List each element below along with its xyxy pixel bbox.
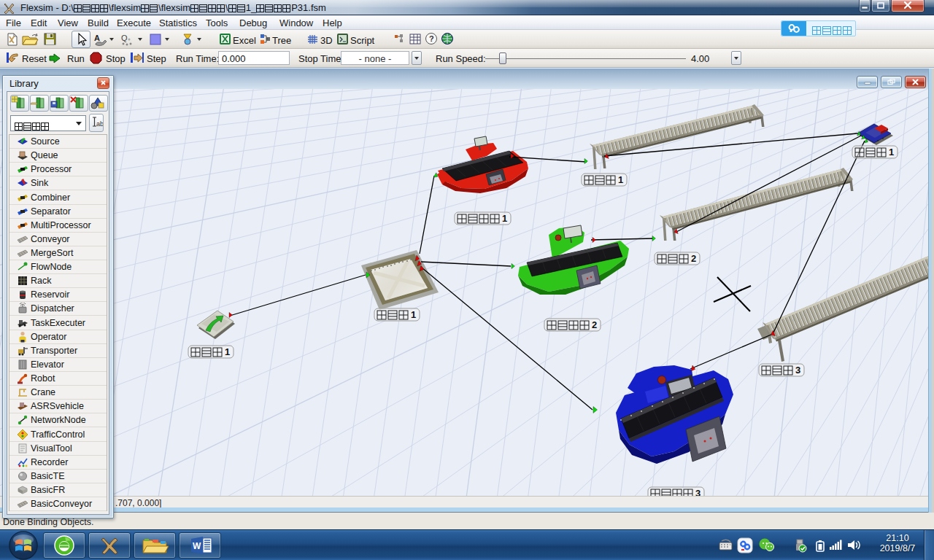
svg-text:1: 1 <box>502 213 507 224</box>
svg-text:W: W <box>193 541 201 551</box>
svg-text:1: 1 <box>411 309 416 320</box>
svg-text:1: 1 <box>889 147 894 158</box>
svg-text:ab: ab <box>96 120 103 128</box>
svg-text:1: 1 <box>225 346 230 357</box>
svg-text:2: 2 <box>592 319 597 330</box>
svg-text:?: ? <box>429 34 434 43</box>
svg-text:3: 3 <box>695 488 700 496</box>
svg-text:Q: Q <box>121 34 128 42</box>
svg-text:2: 2 <box>691 253 696 264</box>
svg-text:3: 3 <box>795 365 800 376</box>
svg-text:1: 1 <box>618 174 623 185</box>
svg-text:A: A <box>94 34 100 42</box>
